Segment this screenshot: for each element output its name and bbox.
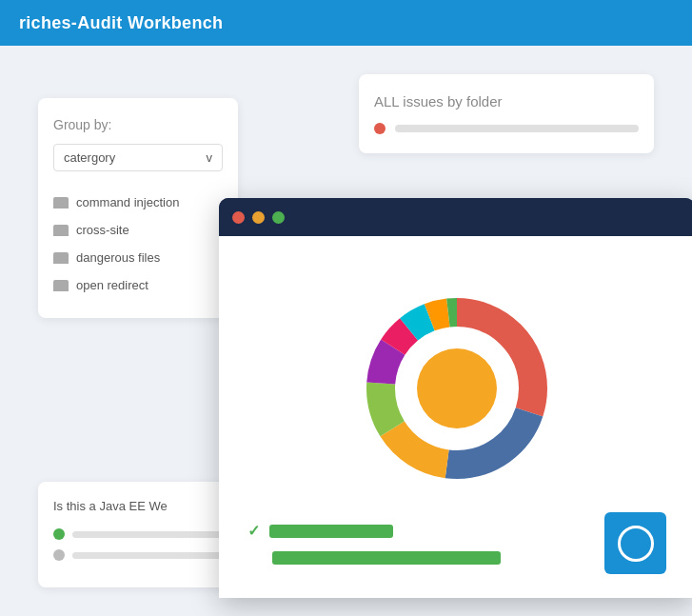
bar-row-1: ✓ (247, 522, 590, 540)
green-bar-short (269, 525, 393, 538)
dropdown-arrow: v (207, 150, 213, 165)
progress-bars-area: ✓ (247, 522, 590, 565)
red-dot (374, 123, 386, 134)
gray-dot (53, 549, 65, 561)
bar-row-2 (247, 551, 590, 565)
list-item[interactable]: dangerous files (53, 244, 223, 271)
green-bar-long (272, 551, 501, 565)
folder-name: command injection (76, 195, 179, 209)
traffic-light-red[interactable] (232, 211, 245, 224)
donut-chart (352, 284, 562, 493)
folder-icon (53, 197, 69, 209)
main-area: Group by: catergory v command injection … (0, 46, 692, 616)
action-button[interactable] (604, 512, 666, 574)
traffic-light-green[interactable] (272, 211, 285, 224)
group-by-card: Group by: catergory v command injection … (38, 98, 238, 318)
issues-title: ALL issues by folder (374, 93, 639, 109)
list-item[interactable]: open redirect (53, 271, 223, 299)
traffic-light-yellow[interactable] (252, 211, 265, 224)
list-item[interactable]: cross-site (53, 216, 223, 244)
java-progress-row-2 (53, 549, 223, 561)
folder-list: command injection cross-site dangerous f… (53, 189, 223, 299)
folder-icon (53, 225, 69, 236)
folder-icon (53, 252, 69, 264)
donut-center (417, 348, 497, 428)
issues-card: ALL issues by folder (359, 74, 654, 153)
floating-window: ✓ (219, 198, 692, 598)
donut-chart-container (352, 265, 562, 512)
java-bar-2 (72, 552, 223, 559)
window-body: ✓ (219, 236, 692, 598)
java-bar-1 (72, 531, 223, 538)
folder-name: open redirect (76, 278, 148, 292)
app-title: riches-Audit Workbench (19, 13, 223, 33)
group-by-label: Group by: (53, 117, 223, 132)
green-dot (53, 528, 65, 540)
issues-progress-bar (395, 125, 639, 132)
bottom-bars: ✓ (247, 512, 666, 574)
issues-progress-row (374, 123, 639, 134)
java-progress-row-1 (53, 528, 223, 540)
check-icon: ✓ (247, 522, 260, 540)
folder-name: cross-site (76, 223, 129, 237)
circle-icon (618, 526, 654, 562)
folder-icon (53, 280, 69, 291)
list-item[interactable]: command injection (53, 189, 223, 216)
category-dropdown[interactable]: catergory v (53, 144, 223, 171)
window-titlebar (219, 198, 692, 236)
java-title: Is this a Java EE We (53, 499, 223, 513)
folder-name: dangerous files (76, 250, 160, 265)
dropdown-value: catergory (64, 150, 115, 165)
java-card: Is this a Java EE We (38, 482, 238, 587)
title-bar: riches-Audit Workbench (0, 0, 692, 46)
